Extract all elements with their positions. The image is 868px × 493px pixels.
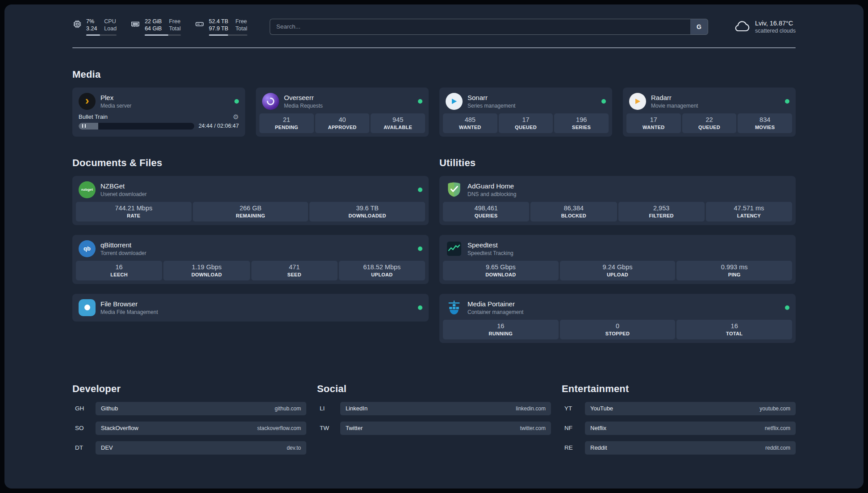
- service-title-block: Media Portainer Container management: [467, 300, 523, 315]
- radarr-icon: [629, 93, 646, 110]
- playback-progress-bar[interactable]: [79, 123, 194, 130]
- memory-free-label: Free: [169, 18, 180, 25]
- pause-icon[interactable]: [82, 124, 86, 128]
- stat-upload: 618.52 MbpsUPLOAD: [339, 261, 425, 280]
- section-title-documents: Documents & Files: [72, 157, 429, 169]
- service-card-plex[interactable]: › Plex Media server Bullet Train ⚙: [72, 88, 245, 137]
- top-bar: 7% CPU 3.24 Load 22 GiB: [72, 4, 796, 36]
- dashboard-page: 7% CPU 3.24 Load 22 GiB: [4, 4, 864, 489]
- service-description: Media File Management: [100, 309, 158, 315]
- service-card-qbittorrent[interactable]: qb qBittorrent Torrent downloader 16LEEC…: [72, 235, 429, 284]
- stat-rate: 744.21 MbpsRATE: [76, 202, 192, 221]
- bookmark-domain: youtube.com: [760, 405, 790, 412]
- bookmark-domain: reddit.com: [765, 445, 790, 451]
- service-name: Media Portainer: [467, 300, 523, 308]
- service-description: Speedtest Tracking: [467, 250, 513, 256]
- bookmark-dev[interactable]: DT DEVdev.to: [72, 441, 306, 455]
- stat-pending: 21PENDING: [259, 113, 314, 133]
- service-name: AdGuard Home: [467, 182, 516, 190]
- middle-columns: Documents & Files nzbget NZBGet Usenet d…: [72, 137, 796, 353]
- service-card-sonarr[interactable]: Sonarr Series management 485WANTED 17QUE…: [439, 88, 612, 137]
- stat-row: 16RUNNING 0STOPPED 16TOTAL: [443, 320, 792, 339]
- memory-bar-fill: [145, 34, 168, 36]
- speedtest-icon: [446, 240, 463, 257]
- stat-row: 498,461QUERIES 86,384BLOCKED 2,953FILTER…: [443, 202, 792, 221]
- header-divider: [72, 47, 796, 48]
- cpu-usage-label: CPU: [104, 18, 117, 25]
- cpu-load-value: 3.24: [86, 25, 97, 32]
- cpu-bar: [86, 34, 117, 36]
- bookmark-twitter[interactable]: TW Twittertwitter.com: [317, 422, 551, 435]
- memory-monitor: 22 GiB Free 64 GiB Total: [130, 18, 181, 36]
- bookmark-domain: netflix.com: [765, 425, 790, 431]
- disk-readout: 52.4 TB Free 97.9 TB Total: [209, 18, 247, 36]
- section-title-utilities: Utilities: [439, 157, 796, 169]
- service-title-block: Speedtest Speedtest Tracking: [467, 241, 513, 256]
- sonarr-icon: [446, 93, 463, 110]
- weather-text: Lviv, 16.87°C scattered clouds: [755, 20, 796, 34]
- bookmarks-grid: Developer GH Githubgithub.com SO StackOv…: [72, 363, 796, 461]
- service-title-block: Sonarr Series management: [467, 94, 515, 109]
- bookmark-reddit[interactable]: RE Redditreddit.com: [562, 441, 796, 455]
- bookmark-youtube[interactable]: YT YouTubeyoutube.com: [562, 402, 796, 415]
- search-bar: G: [270, 19, 708, 35]
- bookmark-github[interactable]: GH Githubgithub.com: [72, 402, 306, 415]
- filebrowser-icon: [79, 299, 96, 316]
- status-dot: [418, 246, 422, 251]
- section-title-social: Social: [317, 383, 551, 395]
- stat-stopped: 0STOPPED: [560, 320, 676, 339]
- stat-queries: 498,461QUERIES: [443, 202, 529, 221]
- weather-widget[interactable]: Lviv, 16.87°C scattered clouds: [734, 20, 796, 34]
- disk-icon: [194, 19, 205, 31]
- bookmarks-developer: Developer GH Githubgithub.com SO StackOv…: [72, 363, 306, 461]
- service-card-nzbget[interactable]: nzbget NZBGet Usenet downloader 744.21 M…: [72, 176, 429, 225]
- search-provider-button[interactable]: G: [690, 19, 708, 35]
- service-description: Movie management: [651, 103, 698, 109]
- service-name: NZBGet: [100, 182, 146, 190]
- service-title-block: Plex Media server: [100, 94, 131, 109]
- stat-row: 21PENDING 40APPROVED 945AVAILABLE: [259, 113, 425, 133]
- service-card-speedtest[interactable]: Speedtest Speedtest Tracking 9.65 GbpsDO…: [439, 235, 796, 284]
- search-input[interactable]: [270, 19, 690, 35]
- stat-row: 744.21 MbpsRATE 266 GBREMAINING 39.6 TBD…: [76, 202, 425, 221]
- bookmark-stackoverflow[interactable]: SO StackOverflowstackoverflow.com: [72, 422, 306, 435]
- cpu-load-label: Load: [104, 25, 117, 32]
- stat-ping: 0.993 msPING: [676, 261, 792, 280]
- service-card-adguard[interactable]: AdGuard Home DNS and adblocking 498,461Q…: [439, 176, 796, 225]
- stat-row: 9.65 GbpsDOWNLOAD 9.24 GbpsUPLOAD 0.993 …: [443, 261, 792, 280]
- stat-download: 9.65 GbpsDOWNLOAD: [443, 261, 559, 280]
- service-card-filebrowser[interactable]: File Browser Media File Management: [72, 294, 429, 322]
- memory-total-label: Total: [169, 25, 180, 32]
- status-dot: [418, 188, 422, 192]
- playback-progress-fill: [79, 123, 98, 130]
- plex-icon: ›: [79, 93, 96, 110]
- cpu-icon: [72, 19, 82, 31]
- bookmark-netflix[interactable]: NF Netflixnetflix.com: [562, 422, 796, 435]
- service-name: qBittorrent: [100, 241, 146, 249]
- section-title-entertainment: Entertainment: [562, 383, 796, 395]
- stat-seed: 471SEED: [251, 261, 338, 280]
- gear-icon[interactable]: ⚙: [233, 113, 239, 120]
- service-card-overseerr[interactable]: Overseerr Media Requests 21PENDING 40APP…: [256, 88, 429, 137]
- bookmark-domain: stackoverflow.com: [257, 425, 301, 431]
- bookmark-domain: twitter.com: [520, 425, 546, 431]
- service-title-block: File Browser Media File Management: [100, 300, 158, 315]
- bookmark-linkedin[interactable]: LI LinkedInlinkedin.com: [317, 402, 551, 415]
- bookmark-abbr: LI: [317, 402, 340, 415]
- bookmark-domain: github.com: [275, 405, 301, 412]
- stat-running: 16RUNNING: [443, 320, 559, 339]
- documents-column: Documents & Files nzbget NZBGet Usenet d…: [72, 137, 429, 331]
- service-title-block: Overseerr Media Requests: [284, 94, 323, 109]
- service-description: DNS and adblocking: [467, 191, 516, 197]
- cpu-usage-value: 7%: [86, 18, 97, 25]
- service-name: Overseerr: [284, 94, 323, 101]
- service-card-portainer[interactable]: Media Portainer Container management 16R…: [439, 294, 796, 343]
- service-card-radarr[interactable]: Radarr Movie management 17WANTED 22QUEUE…: [623, 88, 796, 137]
- status-dot: [418, 99, 422, 104]
- service-description: Container management: [467, 309, 523, 315]
- weather-location: Lviv, 16.87°C: [755, 20, 796, 27]
- disk-bar-fill: [209, 34, 228, 36]
- adguard-icon: [446, 181, 463, 198]
- service-name: Speedtest: [467, 241, 513, 249]
- stat-movies: 834MOVIES: [738, 113, 792, 133]
